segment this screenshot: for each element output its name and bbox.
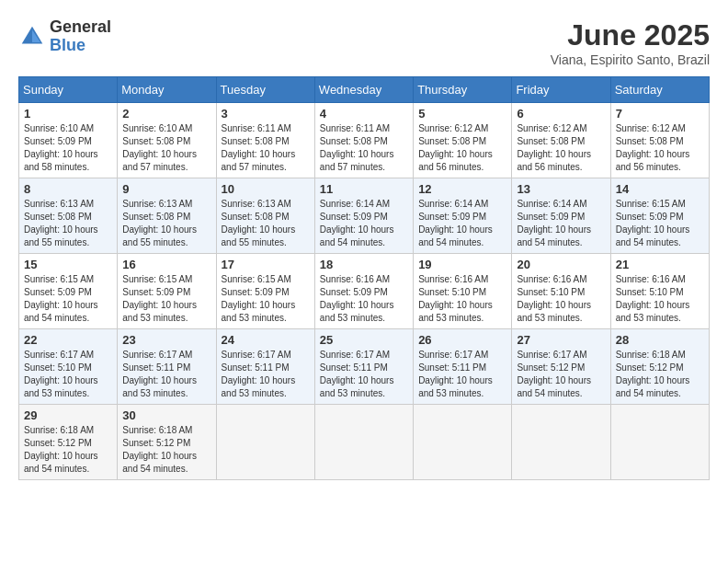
- day-info: Sunrise: 6:13 AM Sunset: 5:08 PM Dayligh…: [222, 198, 310, 249]
- daylight-label: Daylight: 10 hours and 54 minutes.: [418, 224, 493, 247]
- sunrise-label: Sunrise: 6:18 AM: [122, 425, 192, 435]
- sunset-label: Sunset: 5:10 PM: [616, 287, 684, 297]
- sunrise-label: Sunrise: 6:17 AM: [24, 350, 94, 360]
- sunrise-label: Sunrise: 6:15 AM: [122, 274, 192, 284]
- daylight-label: Daylight: 10 hours and 54 minutes.: [24, 451, 98, 474]
- calendar-cell: 5 Sunrise: 6:12 AM Sunset: 5:08 PM Dayli…: [414, 103, 512, 178]
- weekday-header: Tuesday: [216, 77, 314, 103]
- daylight-label: Daylight: 10 hours and 53 minutes.: [222, 375, 296, 398]
- day-info: Sunrise: 6:16 AM Sunset: 5:09 PM Dayligh…: [320, 273, 408, 325]
- calendar-cell: 21 Sunrise: 6:16 AM Sunset: 5:10 PM Dayl…: [610, 254, 709, 329]
- day-info: Sunrise: 6:18 AM Sunset: 5:12 PM Dayligh…: [122, 424, 210, 476]
- calendar-cell: [512, 405, 610, 480]
- day-info: Sunrise: 6:12 AM Sunset: 5:08 PM Dayligh…: [418, 122, 506, 174]
- sunrise-label: Sunrise: 6:18 AM: [24, 425, 94, 435]
- sunrise-label: Sunrise: 6:13 AM: [122, 199, 192, 209]
- daylight-label: Daylight: 10 hours and 53 minutes.: [24, 375, 98, 398]
- sunset-label: Sunset: 5:11 PM: [222, 362, 290, 373]
- logo-line2: Blue: [50, 37, 111, 55]
- daylight-label: Daylight: 10 hours and 53 minutes.: [517, 300, 591, 323]
- calendar-cell: [314, 405, 413, 480]
- calendar-week-row: 15 Sunrise: 6:15 AM Sunset: 5:09 PM Dayl…: [19, 254, 710, 329]
- day-info: Sunrise: 6:17 AM Sunset: 5:10 PM Dayligh…: [24, 349, 112, 400]
- day-number: 30: [122, 408, 210, 422]
- day-number: 22: [24, 333, 112, 347]
- day-number: 23: [122, 333, 210, 347]
- sunset-label: Sunset: 5:08 PM: [24, 212, 92, 222]
- sunset-label: Sunset: 5:09 PM: [320, 287, 388, 297]
- calendar-table: SundayMondayTuesdayWednesdayThursdayFrid…: [18, 76, 710, 480]
- calendar-cell: 6 Sunrise: 6:12 AM Sunset: 5:08 PM Dayli…: [512, 103, 610, 178]
- sunset-label: Sunset: 5:09 PM: [517, 212, 585, 222]
- day-number: 4: [320, 107, 408, 121]
- daylight-label: Daylight: 10 hours and 58 minutes.: [24, 149, 98, 172]
- weekday-header: Friday: [512, 77, 610, 103]
- calendar-cell: 14 Sunrise: 6:15 AM Sunset: 5:09 PM Dayl…: [610, 178, 709, 254]
- sunrise-label: Sunrise: 6:17 AM: [122, 350, 192, 360]
- sunrise-label: Sunrise: 6:16 AM: [517, 274, 586, 284]
- day-info: Sunrise: 6:17 AM Sunset: 5:11 PM Dayligh…: [320, 349, 408, 400]
- calendar-cell: [610, 405, 709, 480]
- day-number: 18: [320, 258, 408, 271]
- logo-text: General Blue: [50, 18, 111, 55]
- daylight-label: Daylight: 10 hours and 53 minutes.: [320, 300, 394, 323]
- day-number: 28: [616, 333, 704, 347]
- daylight-label: Daylight: 10 hours and 53 minutes.: [222, 300, 296, 323]
- sunrise-label: Sunrise: 6:10 AM: [122, 123, 192, 133]
- title-area: June 2025 Viana, Espirito Santo, Brazil: [551, 18, 710, 67]
- calendar-cell: 7 Sunrise: 6:12 AM Sunset: 5:08 PM Dayli…: [610, 103, 709, 178]
- day-info: Sunrise: 6:12 AM Sunset: 5:08 PM Dayligh…: [616, 122, 704, 174]
- sunrise-label: Sunrise: 6:14 AM: [418, 199, 488, 209]
- day-number: 13: [517, 182, 605, 196]
- weekday-header: Monday: [118, 77, 216, 103]
- sunset-label: Sunset: 5:08 PM: [418, 136, 486, 146]
- day-info: Sunrise: 6:18 AM Sunset: 5:12 PM Dayligh…: [616, 349, 704, 400]
- day-number: 8: [24, 182, 112, 196]
- daylight-label: Daylight: 10 hours and 53 minutes.: [122, 375, 197, 398]
- sunset-label: Sunset: 5:08 PM: [222, 136, 290, 146]
- day-number: 2: [122, 107, 210, 121]
- calendar-cell: 12 Sunrise: 6:14 AM Sunset: 5:09 PM Dayl…: [414, 178, 512, 254]
- sunset-label: Sunset: 5:12 PM: [24, 438, 92, 448]
- sunset-label: Sunset: 5:08 PM: [320, 136, 388, 146]
- calendar-cell: 9 Sunrise: 6:13 AM Sunset: 5:08 PM Dayli…: [118, 178, 216, 254]
- sunset-label: Sunset: 5:08 PM: [222, 212, 290, 222]
- sunset-label: Sunset: 5:09 PM: [24, 287, 92, 297]
- calendar-cell: 28 Sunrise: 6:18 AM Sunset: 5:12 PM Dayl…: [610, 329, 709, 405]
- sunset-label: Sunset: 5:10 PM: [418, 287, 486, 297]
- day-info: Sunrise: 6:12 AM Sunset: 5:08 PM Dayligh…: [517, 122, 605, 174]
- day-info: Sunrise: 6:15 AM Sunset: 5:09 PM Dayligh…: [222, 273, 310, 325]
- calendar-cell: 10 Sunrise: 6:13 AM Sunset: 5:08 PM Dayl…: [216, 178, 314, 254]
- day-number: 11: [320, 182, 408, 196]
- day-info: Sunrise: 6:15 AM Sunset: 5:09 PM Dayligh…: [122, 273, 210, 325]
- sunrise-label: Sunrise: 6:16 AM: [418, 274, 488, 284]
- day-info: Sunrise: 6:11 AM Sunset: 5:08 PM Dayligh…: [320, 122, 408, 174]
- calendar-cell: 26 Sunrise: 6:17 AM Sunset: 5:11 PM Dayl…: [414, 329, 512, 405]
- day-info: Sunrise: 6:17 AM Sunset: 5:11 PM Dayligh…: [222, 349, 310, 400]
- calendar-cell: 8 Sunrise: 6:13 AM Sunset: 5:08 PM Dayli…: [19, 178, 118, 254]
- sunrise-label: Sunrise: 6:16 AM: [616, 274, 686, 284]
- sunset-label: Sunset: 5:12 PM: [517, 362, 585, 373]
- calendar-cell: 11 Sunrise: 6:14 AM Sunset: 5:09 PM Dayl…: [314, 178, 413, 254]
- sunrise-label: Sunrise: 6:12 AM: [418, 123, 488, 133]
- calendar-cell: 22 Sunrise: 6:17 AM Sunset: 5:10 PM Dayl…: [19, 329, 118, 405]
- sunset-label: Sunset: 5:12 PM: [122, 438, 190, 448]
- day-number: 21: [616, 258, 704, 271]
- calendar-cell: 17 Sunrise: 6:15 AM Sunset: 5:09 PM Dayl…: [216, 254, 314, 329]
- day-info: Sunrise: 6:10 AM Sunset: 5:08 PM Dayligh…: [122, 122, 210, 174]
- sunset-label: Sunset: 5:08 PM: [122, 136, 190, 146]
- calendar-week-row: 29 Sunrise: 6:18 AM Sunset: 5:12 PM Dayl…: [19, 405, 710, 480]
- calendar-cell: 2 Sunrise: 6:10 AM Sunset: 5:08 PM Dayli…: [118, 103, 216, 178]
- calendar-cell: 23 Sunrise: 6:17 AM Sunset: 5:11 PM Dayl…: [118, 329, 216, 405]
- sunset-label: Sunset: 5:09 PM: [122, 287, 190, 297]
- logo-icon: [18, 23, 46, 51]
- calendar-cell: 24 Sunrise: 6:17 AM Sunset: 5:11 PM Dayl…: [216, 329, 314, 405]
- daylight-label: Daylight: 10 hours and 53 minutes.: [122, 300, 197, 323]
- sunrise-label: Sunrise: 6:11 AM: [222, 123, 291, 133]
- calendar-cell: 15 Sunrise: 6:15 AM Sunset: 5:09 PM Dayl…: [19, 254, 118, 329]
- sunset-label: Sunset: 5:09 PM: [320, 212, 388, 222]
- sunrise-label: Sunrise: 6:11 AM: [320, 123, 390, 133]
- day-number: 27: [517, 333, 605, 347]
- sunrise-label: Sunrise: 6:17 AM: [418, 350, 488, 360]
- day-number: 3: [222, 107, 310, 121]
